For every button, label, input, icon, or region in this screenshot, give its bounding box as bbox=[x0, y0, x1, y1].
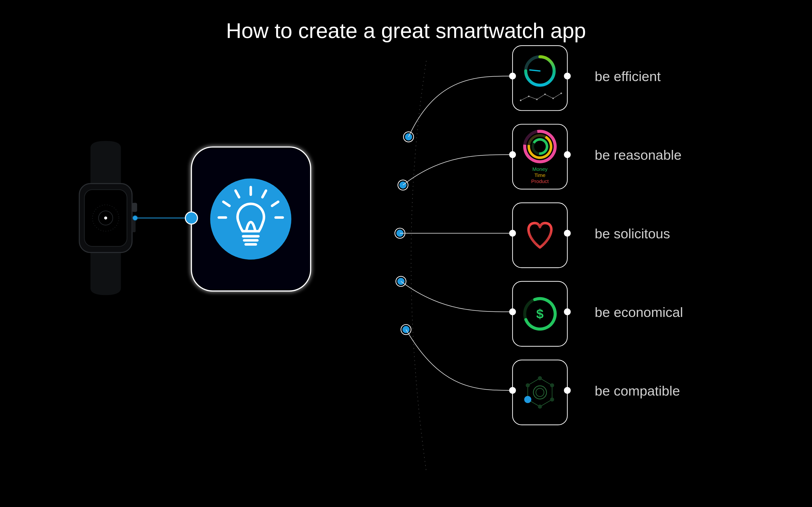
tile-reasonable: Money Time Product bbox=[509, 124, 570, 189]
legend-product: Product bbox=[531, 178, 549, 184]
svg-point-21 bbox=[405, 133, 412, 140]
svg-point-27 bbox=[398, 278, 405, 285]
tile-compatible bbox=[509, 360, 570, 425]
svg-point-36 bbox=[520, 100, 521, 101]
tile-efficient-label: be efficient bbox=[595, 69, 661, 84]
svg-point-32 bbox=[564, 73, 570, 79]
connectors bbox=[400, 76, 512, 390]
svg-rect-51 bbox=[512, 203, 567, 268]
svg-point-39 bbox=[544, 94, 546, 95]
svg-point-74 bbox=[538, 404, 542, 409]
svg-point-52 bbox=[509, 230, 516, 236]
svg-point-75 bbox=[526, 383, 530, 388]
page-title: How to create a great smartwatch app bbox=[226, 19, 586, 43]
svg-text:$: $ bbox=[536, 306, 544, 321]
tile-solicitous bbox=[509, 203, 570, 268]
tile-compatible-label: be compatible bbox=[595, 383, 680, 398]
svg-point-38 bbox=[536, 99, 538, 100]
svg-point-72 bbox=[550, 383, 554, 388]
svg-point-56 bbox=[564, 309, 570, 315]
legend-time: Time bbox=[535, 172, 546, 178]
svg-point-76 bbox=[524, 396, 531, 403]
svg-rect-1 bbox=[132, 203, 137, 212]
lightbulb-icon bbox=[210, 178, 291, 260]
tile-reasonable-label: be reasonable bbox=[595, 147, 681, 163]
svg-point-31 bbox=[509, 73, 516, 79]
svg-point-53 bbox=[564, 230, 570, 236]
legend-money: Money bbox=[532, 166, 548, 172]
svg-point-37 bbox=[528, 96, 529, 97]
svg-point-6 bbox=[104, 216, 107, 219]
diagram-canvas: How to create a great smartwatch app bbox=[0, 0, 812, 507]
svg-point-41 bbox=[560, 93, 562, 94]
svg-point-73 bbox=[550, 397, 554, 402]
svg-point-40 bbox=[552, 98, 554, 99]
svg-point-55 bbox=[509, 309, 516, 315]
watch-silhouette bbox=[80, 141, 138, 295]
svg-point-44 bbox=[564, 152, 570, 158]
tile-economical: $ bbox=[509, 281, 570, 346]
svg-rect-60 bbox=[512, 360, 567, 425]
tile-efficient bbox=[509, 46, 570, 111]
svg-point-61 bbox=[509, 387, 516, 393]
tile-economical-label: be economical bbox=[595, 304, 683, 320]
tile-solicitous-label: be solicitous bbox=[595, 226, 670, 241]
svg-point-62 bbox=[564, 387, 570, 393]
idea-tile bbox=[185, 147, 311, 291]
svg-point-43 bbox=[509, 152, 516, 158]
arc-guide bbox=[411, 61, 426, 471]
svg-point-71 bbox=[538, 376, 542, 381]
